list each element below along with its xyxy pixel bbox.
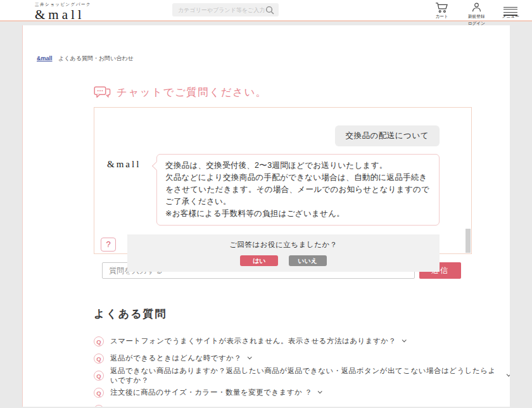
faq-item[interactable]: Q 注文後に商品のサイズ・カラー・数量を変更できますか ？ [94, 386, 510, 398]
question-icon: Q [94, 336, 104, 347]
bot-reply-line: 交換品は、交換受付後、2〜3週間ほどでお送りいたします。 [165, 160, 431, 172]
chat-section-title: チャットでご質問ください。 [94, 86, 510, 99]
chat-bubble-icon [94, 86, 111, 99]
chat-window: 交換品の配送について &mall 交換品は、交換受付後、2〜3週間ほどでお送りい… [94, 107, 472, 254]
bot-reply-bubble: 交換品は、交換受付後、2〜3週間ほどでお送りいたします。 欠品などにより交換商品… [156, 154, 440, 226]
cart-button[interactable]: カート [429, 2, 455, 27]
chevron-down-icon [402, 338, 406, 342]
breadcrumb: &mall よくある質問・お問い合わせ [23, 25, 510, 63]
cart-label: カート [436, 13, 448, 20]
breadcrumb-current: よくある質問・お問い合わせ [58, 55, 134, 61]
search-icon[interactable] [265, 6, 274, 15]
faq-heading: よくある質問 [94, 307, 510, 321]
user-message-bubble: 交換品の配送について [335, 125, 440, 146]
bot-avatar: &mall [107, 154, 156, 226]
question-icon: Q [94, 354, 104, 364]
question-icon [94, 405, 104, 407]
register-label: 新規登録 [468, 13, 485, 20]
search-input[interactable] [172, 7, 265, 13]
header: 三井ショッピングパーク &mall カート [0, 0, 532, 22]
cart-icon [435, 2, 450, 13]
chevron-down-icon [507, 372, 510, 376]
help-button[interactable]: ? [101, 238, 116, 252]
user-icon [471, 2, 482, 13]
feedback-panel: ご回答はお役に立ちましたか？ はい いいえ [127, 234, 440, 272]
feedback-question: ご回答はお役に立ちましたか？ [127, 240, 440, 250]
breadcrumb-home-link[interactable]: &mall [37, 55, 53, 61]
login-button[interactable]: 新規登録 ログイン [464, 2, 489, 27]
header-search[interactable] [172, 3, 279, 16]
menu-icon [504, 2, 517, 13]
faq-item[interactable]: Q 返品できない商品はありますか？返品したい商品が返品できない・返品ボタンが出て… [94, 369, 510, 381]
faq-list: Q スマートフォンでうまくサイトが表示されません。表示させる方法はありますか？ … [94, 335, 510, 407]
faq-item-text: 注文後に商品のサイズ・カラー・数量を変更できますか ？ [110, 388, 312, 397]
bot-reply-line: ※お客様による手数料等の負担はございません。 [165, 208, 431, 220]
faq-item[interactable]: Q スマートフォンでうまくサイトが表示されません。表示させる方法はありますか？ [94, 335, 510, 347]
logo-main-text: &mall [35, 8, 91, 22]
faq-item-text: スマートフォンでうまくサイトが表示されません。表示させる方法はありますか？ [110, 336, 396, 346]
chat-title-text: チャットでご質問ください。 [117, 86, 267, 99]
menu-label: メニュー [502, 13, 519, 20]
bot-reply-line: 欠品などにより交換商品の手配ができない場合は、自動的に返品手続きをさせていただき… [165, 172, 431, 208]
question-icon: Q [94, 371, 104, 381]
site-logo[interactable]: 三井ショッピングパーク &mall [35, 2, 91, 22]
feedback-no-button[interactable]: いいえ [289, 255, 327, 266]
faq-item-text: 返品ができるときはどんな時ですか？ [110, 354, 242, 363]
chevron-down-icon [247, 355, 251, 359]
faq-item-partial[interactable] [94, 404, 510, 407]
page-content: &mall よくある質問・お問い合わせ チャットでご質問ください。 交換品の配送… [22, 25, 510, 407]
question-icon: Q [94, 388, 104, 398]
feedback-yes-button[interactable]: はい [240, 255, 278, 266]
chevron-down-icon [318, 389, 322, 393]
chat-scrollbar[interactable] [466, 229, 471, 253]
faq-item-text: 返品できない商品はありますか？返品したい商品が返品できない・返品ボタンが出てこな… [110, 366, 501, 385]
faq-item[interactable]: Q 返品ができるときはどんな時ですか？ [94, 352, 510, 364]
menu-button[interactable]: メニュー [498, 2, 523, 27]
